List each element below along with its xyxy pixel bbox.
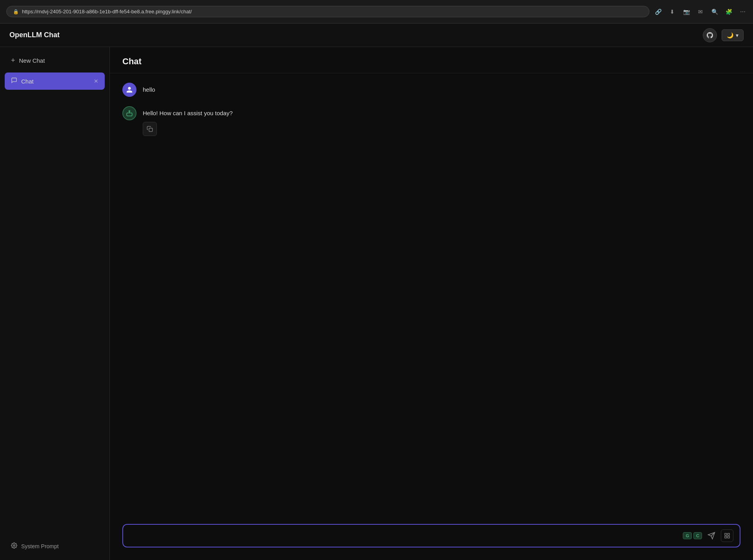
message-square-icon (11, 77, 17, 83)
svg-rect-3 (149, 128, 153, 132)
ai-message-text: Hello! How can I assist you today? (143, 110, 233, 116)
search-icon[interactable]: 🔍 (711, 8, 718, 16)
copy-button[interactable] (143, 122, 157, 136)
user-avatar (122, 83, 136, 97)
more-icon[interactable]: ⋯ (739, 8, 747, 16)
share-icon[interactable]: 🔗 (654, 8, 662, 16)
send-icon (708, 532, 715, 540)
cog-icon (11, 542, 17, 549)
chat-item-label: Chat (21, 78, 90, 85)
settings-icon (11, 542, 17, 550)
lock-icon: 🔒 (13, 9, 19, 14)
send-button[interactable] (705, 529, 718, 542)
settings-button[interactable] (721, 529, 733, 542)
sidebar-bottom: System Prompt (5, 534, 105, 555)
svg-rect-8 (725, 536, 727, 538)
messages-container: hello Hello! How can I assist (110, 73, 753, 518)
chat-title: Chat (122, 56, 740, 67)
svg-rect-9 (728, 536, 729, 538)
header-actions: 🌙 ▾ (703, 28, 744, 42)
chat-area: Chat hello (110, 47, 753, 560)
theme-chevron-icon: ▾ (736, 32, 738, 38)
close-chat-icon[interactable]: ✕ (94, 78, 98, 84)
main-content: + New Chat Chat ✕ (0, 47, 753, 560)
input-container: G C (122, 524, 740, 547)
system-prompt-label: System Prompt (21, 543, 59, 549)
address-bar[interactable]: 🔒 https://rndvj-2405-201-9018-a86b-1e1b-… (6, 6, 649, 17)
system-prompt-button[interactable]: System Prompt (5, 538, 105, 554)
user-message: hello (122, 83, 740, 97)
model-badge-g: G (683, 532, 692, 539)
camera-icon[interactable]: 📷 (682, 8, 690, 16)
theme-toggle[interactable]: 🌙 ▾ (722, 29, 744, 41)
grid-icon (724, 533, 730, 539)
mail-icon[interactable]: ✉ (697, 8, 704, 16)
ai-avatar (122, 106, 136, 120)
url-text: https://rndvj-2405-201-9018-a86b-1e1b-df… (22, 9, 192, 14)
chat-icon (11, 77, 17, 85)
github-icon (707, 32, 713, 38)
ai-message: Hello! How can I assist you today? (122, 106, 740, 136)
svg-point-0 (13, 545, 15, 546)
user-message-content: hello (143, 83, 155, 94)
svg-point-2 (129, 111, 130, 112)
download-icon[interactable]: ⬇ (668, 8, 676, 16)
input-actions: G C (683, 529, 733, 542)
copy-icon (147, 126, 153, 132)
svg-rect-6 (725, 533, 727, 535)
user-icon (126, 86, 133, 93)
user-message-text: hello (143, 86, 155, 93)
app-title: OpenLLM Chat (9, 31, 60, 39)
message-actions (143, 122, 233, 136)
chat-input[interactable] (129, 531, 678, 540)
app-container: OpenLLM Chat 🌙 ▾ + New Chat (0, 24, 753, 560)
model-badges: G C (683, 532, 702, 539)
svg-rect-7 (728, 533, 729, 535)
sidebar: + New Chat Chat ✕ (0, 47, 110, 560)
svg-rect-1 (127, 113, 132, 116)
extensions-icon[interactable]: 🧩 (725, 8, 733, 16)
theme-icon: 🌙 (727, 32, 733, 38)
new-chat-label: New Chat (19, 57, 45, 64)
model-badge-c: C (693, 532, 702, 539)
input-area: G C (110, 518, 753, 560)
chat-list-item[interactable]: Chat ✕ (5, 72, 105, 90)
new-chat-button[interactable]: + New Chat (5, 52, 105, 69)
browser-toolbar: 🔗 ⬇ 📷 ✉ 🔍 🧩 ⋯ (654, 8, 747, 16)
ai-message-content: Hello! How can I assist you today? (143, 106, 233, 136)
bot-icon (126, 110, 133, 117)
browser-chrome: 🔒 https://rndvj-2405-201-9018-a86b-1e1b-… (0, 0, 753, 24)
github-button[interactable] (703, 28, 717, 42)
app-header: OpenLLM Chat 🌙 ▾ (0, 24, 753, 47)
chat-header: Chat (110, 47, 753, 73)
plus-icon: + (11, 56, 15, 65)
